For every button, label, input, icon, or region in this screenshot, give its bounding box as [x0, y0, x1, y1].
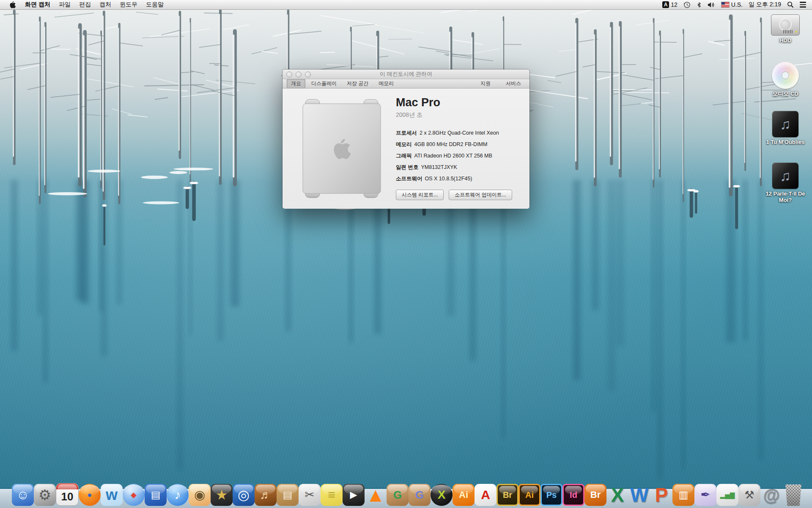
dock-word[interactable]: W [628, 484, 650, 506]
dock-acrobat[interactable]: A [475, 484, 497, 506]
close-button[interactable] [286, 72, 292, 77]
dock-toast[interactable]: ▤ [145, 484, 167, 506]
keynote-glyph: ▥ [679, 490, 689, 500]
archive-extractor-glyph: G [415, 489, 424, 500]
bridge-cs6-glyph: Br [503, 491, 512, 499]
dock-illustrator-cs6[interactable]: Ai [518, 484, 540, 506]
spec-row: 그래픽ATI Radeon HD 2600 XT 256 MB [396, 153, 523, 159]
cd-disc-icon [772, 62, 799, 89]
window-buttons: 시스템 리포트...소프트웨어 업데이트... [396, 190, 512, 200]
hardware-utility-glyph: ⚒ [744, 489, 754, 500]
menu-item-3[interactable]: 캡처 [95, 0, 115, 9]
idvd-glyph: ◎ [238, 488, 250, 502]
dock-imovie[interactable]: ★ [211, 484, 233, 506]
dock-firefox[interactable]: ● [79, 484, 101, 506]
window-button-0[interactable]: 시스템 리포트... [396, 190, 444, 200]
notification-center-button[interactable] [800, 2, 806, 8]
dock-finder[interactable]: ☺ [12, 484, 34, 506]
input-badge-status[interactable]: A 12 [662, 1, 678, 8]
dock-itunes[interactable]: ♪ [167, 484, 189, 506]
menu-item-4[interactable]: 윈도우 [115, 0, 142, 9]
acrobat-glyph: A [481, 489, 490, 501]
dock-keynote[interactable]: ▥ [672, 484, 694, 506]
apple-menu[interactable] [5, 1, 19, 8]
dock-stuffit-expander[interactable]: G [387, 484, 409, 506]
itunes-glyph: ♪ [175, 489, 181, 501]
desktop-icon-track-12[interactable]: ♫ 12 Parle-T-Il De Moi? [761, 163, 810, 203]
spotlight-button[interactable] [787, 1, 794, 8]
dock-garageband[interactable]: ♬ [255, 484, 277, 506]
finder-glyph: ☺ [16, 489, 30, 501]
zoom-button[interactable] [305, 72, 311, 77]
dock-illustrator-cs5[interactable]: Ai [453, 484, 475, 506]
imovie-glyph: ★ [216, 488, 228, 502]
dock-bridge-cs5[interactable]: Br [584, 484, 606, 506]
desktop-icon-audio-cd[interactable]: 오디오 CD [761, 62, 810, 97]
spec-row: 프로세서2 x 2.8GHz Quad-Core Intel Xeon [396, 130, 523, 136]
a-badge-icon: A [662, 1, 669, 8]
model-year: 2008년 초 [396, 111, 523, 119]
clock-label: 일 오후 2:19 [749, 1, 781, 8]
dock-indesign-cs6[interactable]: Id [562, 484, 584, 506]
dock-w-globe-app[interactable]: w [101, 484, 123, 506]
dock-excel[interactable]: X [606, 484, 628, 506]
music-note-icon: ♫ [780, 116, 791, 133]
desktop-icon-label: HDD [761, 37, 810, 44]
powerpoint-glyph: P [655, 485, 668, 505]
menu-item-1[interactable]: 파일 [55, 0, 75, 9]
menu-item-2[interactable]: 편집 [75, 0, 95, 9]
dock-safari[interactable]: ◆ [123, 484, 145, 506]
spec-value: ATI Radeon HD 2600 XT 256 MB [414, 153, 492, 159]
menu-item-5[interactable]: 도움말 [142, 0, 168, 9]
dock-stickies[interactable]: ≡ [321, 484, 343, 506]
vlc-glyph: ▲ [366, 485, 385, 505]
iphoto-glyph: ◉ [194, 489, 205, 501]
dock-photo-clip-app[interactable]: ✂ [299, 484, 321, 506]
dock-photoshop-cs6[interactable]: Ps [540, 484, 562, 506]
dock-corkboard-app[interactable]: ▤ [277, 484, 299, 506]
time-machine-icon [683, 1, 691, 8]
dock-calendar[interactable]: 10 [56, 483, 79, 506]
menu-item-0[interactable]: 화면 캡처 [21, 0, 55, 9]
time-machine-status[interactable] [683, 1, 691, 8]
spec-label: 일련 번호 [396, 164, 418, 170]
input-source-status[interactable]: U.S. [721, 1, 743, 8]
numbers-glyph: ▂▅▇ [720, 492, 735, 498]
volume-status[interactable] [708, 2, 715, 8]
desktop-icon-hdd[interactable]: HDD [761, 14, 810, 44]
dock-media-player[interactable]: ▶ [343, 484, 365, 506]
hdd-drive-icon [771, 14, 800, 36]
dock-icons: ☺⚙10●w◆▤♪◉★◎♬▤✂≡▶▲GGXAiABrAiPsIdBrXWP▥✒▂… [12, 483, 800, 506]
dock-hardware-utility[interactable]: ⚒ [738, 484, 760, 506]
x-media-app-glyph: X [438, 489, 446, 501]
tab-0[interactable]: 개요 [287, 79, 305, 88]
window-tabs: 개요디스플레이저장 공간메모리 [287, 79, 398, 88]
tab-1[interactable]: 디스플레이 [307, 79, 341, 88]
dock-numbers[interactable]: ▂▅▇ [716, 484, 738, 506]
tab-2[interactable]: 저장 공간 [343, 79, 373, 88]
tab-3[interactable]: 메모리 [374, 79, 398, 88]
dock-powerpoint[interactable]: P [650, 484, 672, 506]
minimize-button[interactable] [296, 72, 302, 77]
bluetooth-status[interactable] [697, 1, 702, 8]
spec-row: 일련 번호YM8132TJXYK [396, 164, 523, 170]
dock-system-preferences[interactable]: ⚙ [34, 484, 56, 506]
app-menus: 화면 캡처파일편집캡처윈도우도움말 [21, 0, 168, 9]
window-titlebar[interactable]: 이 매킨토시에 관하여 [283, 69, 529, 79]
dock-internet-shortcut[interactable]: @ [760, 484, 782, 506]
dock-idvd[interactable]: ◎ [233, 484, 255, 506]
dock-iphoto[interactable]: ◉ [189, 484, 211, 506]
bridge-cs5-glyph: Br [590, 490, 601, 500]
window-button-1[interactable]: 소프트웨어 업데이트... [449, 190, 512, 200]
dock-pages[interactable]: ✒ [694, 484, 716, 506]
dock-bridge-cs6[interactable]: Br [497, 484, 518, 506]
dock-archive-extractor[interactable]: G [409, 484, 431, 506]
toolbar-link-0[interactable]: 지원 [476, 79, 495, 88]
desktop-icon-track-1[interactable]: ♫ 1 Tu M'Oublies [761, 111, 810, 145]
dock-x-media-app[interactable]: X [431, 484, 453, 506]
toolbar-link-1[interactable]: 서비스 [502, 79, 525, 88]
mac-pro-image [292, 94, 392, 204]
media-player-glyph: ▶ [350, 490, 357, 500]
dock-vlc[interactable]: ▲ [365, 484, 387, 506]
clock-status[interactable]: 일 오후 2:19 [749, 1, 781, 8]
